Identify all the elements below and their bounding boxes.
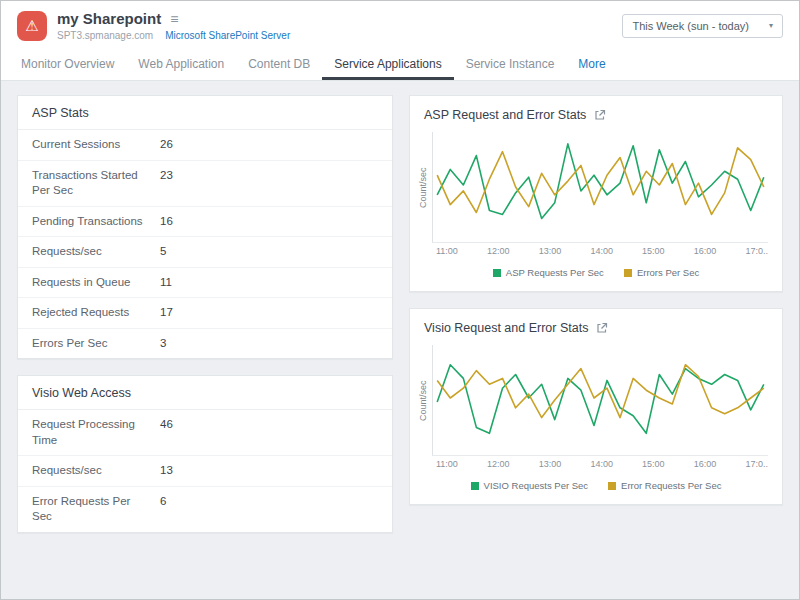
chart-series-0 <box>437 365 764 434</box>
y-axis-label: Count/sec <box>418 345 432 456</box>
stat-row: Pending Transactions 16 <box>18 207 392 238</box>
x-tick-label: 11:00 <box>436 459 458 469</box>
x-tick-label: 17:0.. <box>745 246 768 256</box>
legend-label: Error Requests Per Sec <box>621 480 721 491</box>
x-tick-label: 16:00 <box>694 459 717 469</box>
line-chart-plot <box>432 132 768 243</box>
time-range-value: This Week (sun - today) <box>632 20 749 32</box>
legend-label: ASP Requests Per Sec <box>506 267 604 278</box>
x-tick-label: 13:00 <box>539 246 562 256</box>
stat-value: 23 <box>160 168 173 184</box>
open-in-new-icon[interactable] <box>596 322 608 334</box>
stat-label: Requests/sec <box>32 463 150 479</box>
stat-value: 5 <box>160 244 166 260</box>
stat-row: Requests/sec 13 <box>18 456 392 487</box>
stat-label: Error Requests Per Sec <box>32 494 150 525</box>
legend-label: VISIO Requests Per Sec <box>484 480 589 491</box>
monitor-dashboard-window: ⚠ my Sharepoint ≡ SPT3.spmanage.com Micr… <box>0 0 800 600</box>
legend-item: ASP Requests Per Sec <box>493 267 604 278</box>
legend-swatch <box>471 482 479 490</box>
charts-column: ASP Request and Error Stats Count/sec 11… <box>409 95 783 585</box>
stat-row: Current Sessions 26 <box>18 130 392 161</box>
tab-service-instance[interactable]: Service Instance <box>454 48 567 80</box>
x-axis-ticks: 11:0012:0013:0014:0015:0016:0017:0.. <box>410 456 782 469</box>
line-chart-plot <box>432 345 768 456</box>
stat-row: Requests/sec 5 <box>18 237 392 268</box>
asp-stats-title: ASP Stats <box>18 96 392 130</box>
stat-row: Requests in Queue 11 <box>18 268 392 299</box>
visio-web-access-title: Visio Web Access <box>18 376 392 410</box>
tab-content-db[interactable]: Content DB <box>236 48 322 80</box>
stat-value: 13 <box>160 463 173 479</box>
monitor-identity: ⚠ my Sharepoint ≡ SPT3.spmanage.com Micr… <box>17 10 290 41</box>
line-chart <box>433 345 768 455</box>
hamburger-menu-icon[interactable]: ≡ <box>170 11 178 27</box>
x-tick-label: 11:00 <box>436 246 458 256</box>
stat-value: 17 <box>160 305 173 321</box>
tab-more[interactable]: More <box>566 48 617 80</box>
time-range-dropdown[interactable]: This Week (sun - today) ▾ <box>622 14 783 38</box>
x-tick-label: 14:00 <box>590 459 613 469</box>
chevron-down-icon: ▾ <box>769 21 773 30</box>
tab-service-applications[interactable]: Service Applications <box>322 48 453 80</box>
x-tick-label: 12:00 <box>487 459 510 469</box>
stat-label: Pending Transactions <box>32 214 150 230</box>
tab-web-application[interactable]: Web Application <box>126 48 236 80</box>
stat-row: Errors Per Sec 3 <box>18 329 392 359</box>
stat-row: Request Processing Time 46 <box>18 410 392 456</box>
legend-item: VISIO Requests Per Sec <box>471 480 589 491</box>
header: ⚠ my Sharepoint ≡ SPT3.spmanage.com Micr… <box>1 1 799 48</box>
x-tick-label: 15:00 <box>642 459 665 469</box>
stat-label: Current Sessions <box>32 137 150 153</box>
stat-value: 26 <box>160 137 173 153</box>
x-axis-ticks: 11:0012:0013:0014:0015:0016:0017:0.. <box>410 243 782 256</box>
chart-title: Visio Request and Error Stats <box>424 321 588 335</box>
chart-series-1 <box>437 365 764 418</box>
stat-label: Request Processing Time <box>32 417 150 448</box>
legend-item: Errors Per Sec <box>624 267 699 278</box>
stat-label: Requests in Queue <box>32 275 150 291</box>
stat-value: 46 <box>160 417 173 433</box>
stat-label: Rejected Requests <box>32 305 150 321</box>
legend-item: Error Requests Per Sec <box>608 480 721 491</box>
page-title: my Sharepoint <box>57 10 161 27</box>
title-block: my Sharepoint ≡ SPT3.spmanage.com Micros… <box>57 10 290 41</box>
stat-value: 11 <box>160 275 172 291</box>
chart-legend: ASP Requests Per SecErrors Per Sec <box>410 256 782 291</box>
stat-label: Transactions Started Per Sec <box>32 168 150 199</box>
x-tick-label: 12:00 <box>487 246 510 256</box>
chart-legend: VISIO Requests Per SecError Requests Per… <box>410 469 782 504</box>
chart-series-0 <box>437 144 764 219</box>
x-tick-label: 14:00 <box>590 246 613 256</box>
stats-column: ASP Stats Current Sessions 26 Transactio… <box>17 95 393 585</box>
legend-label: Errors Per Sec <box>637 267 699 278</box>
stat-value: 3 <box>160 336 166 352</box>
y-axis-label: Count/sec <box>418 132 432 243</box>
x-tick-label: 15:00 <box>642 246 665 256</box>
stat-label: Requests/sec <box>32 244 150 260</box>
open-in-new-icon[interactable] <box>594 109 606 121</box>
chart-title: ASP Request and Error Stats <box>424 108 586 122</box>
asp-request-error-chart-card: ASP Request and Error Stats Count/sec 11… <box>409 95 783 292</box>
x-tick-label: 16:00 <box>694 246 717 256</box>
x-tick-label: 13:00 <box>539 459 562 469</box>
stat-row: Transactions Started Per Sec 23 <box>18 161 392 207</box>
legend-swatch <box>493 269 501 277</box>
server-type-link[interactable]: Microsoft SharePoint Server <box>165 30 290 41</box>
tab-bar: Monitor Overview Web Application Content… <box>1 48 799 81</box>
tab-monitor-overview[interactable]: Monitor Overview <box>9 48 126 80</box>
stat-label: Errors Per Sec <box>32 336 150 352</box>
monitor-hostname: SPT3.spmanage.com <box>57 30 153 41</box>
visio-web-access-card: Visio Web Access Request Processing Time… <box>17 375 393 533</box>
stat-row: Rejected Requests 17 <box>18 298 392 329</box>
legend-swatch <box>608 482 616 490</box>
asp-stats-card: ASP Stats Current Sessions 26 Transactio… <box>17 95 393 359</box>
x-tick-label: 17:0.. <box>745 459 768 469</box>
stat-row: Error Requests Per Sec 6 <box>18 487 392 532</box>
legend-swatch <box>624 269 632 277</box>
dashboard-content: ASP Stats Current Sessions 26 Transactio… <box>1 81 799 599</box>
stat-value: 6 <box>160 494 166 510</box>
alert-triangle-icon: ⚠ <box>17 11 47 41</box>
stat-value: 16 <box>160 214 173 230</box>
visio-request-error-chart-card: Visio Request and Error Stats Count/sec … <box>409 308 783 505</box>
